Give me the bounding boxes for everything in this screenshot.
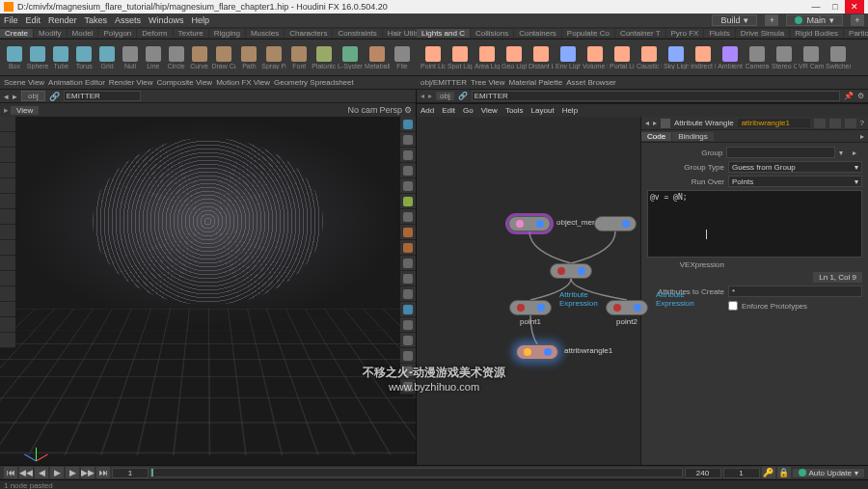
display-xray[interactable] [400, 302, 416, 317]
play-back-button[interactable]: ◀◀ [19, 467, 33, 478]
help-icon[interactable]: ? [860, 119, 864, 127]
shelf-tool[interactable]: Spot Light [448, 41, 473, 74]
shelf-tool[interactable]: Stereo Cam [772, 41, 797, 74]
menu-file[interactable]: File [4, 15, 18, 25]
shelf-tool[interactable]: VR Camera [799, 41, 824, 74]
arrow-left-icon[interactable]: ◂ [645, 119, 649, 127]
shelf-tab[interactable]: Particle Fluids [844, 29, 868, 38]
menu-render[interactable]: Render [48, 15, 77, 25]
shelf-tab[interactable]: Hair Utils [383, 29, 417, 38]
context-obj[interactable]: obj [21, 91, 45, 101]
inspect-tool[interactable] [0, 271, 15, 286]
node-xform1[interactable] [550, 263, 592, 279]
shelf-tab[interactable]: Fluids [704, 29, 734, 38]
frame-start-field[interactable]: 1 [112, 468, 149, 478]
node-name-field[interactable]: attribwrangle1 [738, 119, 810, 127]
shelf-tab[interactable]: Collisions [471, 29, 513, 38]
param-btn[interactable] [814, 119, 826, 128]
shelf-tool[interactable]: Path [238, 41, 259, 74]
playhead[interactable] [151, 469, 153, 476]
play-button[interactable]: ▶ [50, 467, 64, 478]
group-field[interactable] [726, 147, 835, 158]
lock-button[interactable]: 🔒 [777, 467, 791, 478]
shelf-tab[interactable]: Model [68, 29, 98, 38]
param-tab-code[interactable]: Code [641, 132, 671, 141]
handle-tool[interactable] [0, 194, 15, 209]
camera-label[interactable]: No cam [347, 105, 377, 115]
display-wire[interactable] [400, 225, 416, 240]
shelf-tool[interactable]: Distant Light [529, 41, 554, 74]
breadcrumb-obj[interactable]: obj [436, 92, 454, 100]
snap-tool[interactable] [0, 209, 15, 225]
group-select-icon[interactable]: ▸ [853, 149, 862, 157]
net-menu-tools[interactable]: Tools [505, 106, 524, 115]
shelf-tool[interactable]: Caustic Light [637, 41, 662, 74]
take-selector[interactable]: Main ▾ [786, 14, 843, 26]
net-menu-add[interactable]: Add [420, 106, 434, 115]
network-view[interactable]: object_merge1 Attribute Expression point… [417, 117, 640, 465]
nav-back-icon[interactable]: ◂ [420, 92, 424, 100]
display-profile[interactable] [400, 178, 416, 194]
arrow-right-icon[interactable]: ▸ [653, 119, 657, 127]
shelf-tool[interactable]: Switcher [826, 41, 851, 74]
persp-label[interactable]: Persp [379, 105, 402, 115]
net-tab[interactable]: Tree View [471, 78, 505, 87]
node-attribwrangle1[interactable] [516, 344, 558, 360]
shelf-tab[interactable]: Constraints [333, 29, 381, 38]
path-tab[interactable]: Motion FX View [216, 78, 270, 87]
enforce-checkbox[interactable] [728, 300, 738, 312]
gear-icon[interactable]: ⚙ [857, 92, 864, 100]
net-menu-view[interactable]: View [481, 106, 498, 115]
snap-tool-3[interactable] [0, 240, 15, 256]
shelf-tool[interactable]: Draw Curve [211, 41, 236, 74]
shelf-tab[interactable]: Modify [34, 29, 67, 38]
display-pointnums[interactable] [400, 148, 416, 163]
caret-right-icon[interactable]: ▸ [856, 132, 868, 141]
shelf-tool[interactable]: Env Light [556, 41, 581, 74]
caret-icon[interactable]: ▸ [4, 105, 9, 115]
shelf-tool[interactable]: Tube [50, 41, 71, 74]
chain-icon[interactable]: 🔗 [458, 92, 468, 100]
shelf-tab[interactable]: Populate Co [562, 29, 614, 38]
shelf-tool[interactable]: Spray Paint [261, 41, 286, 74]
play-first-button[interactable]: ⏮ [4, 467, 17, 478]
menu-edit[interactable]: Edit [26, 15, 41, 25]
node-object-merge1[interactable] [508, 216, 551, 231]
display-opts[interactable] [400, 379, 416, 394]
display-ghost[interactable] [400, 240, 416, 256]
path-tab[interactable]: Animation Editor [48, 78, 105, 87]
menu-assets[interactable]: Assets [115, 15, 141, 25]
attrs-field[interactable] [728, 285, 862, 297]
node-null1[interactable] [594, 216, 637, 231]
shelf-tool[interactable]: Grid [96, 41, 118, 74]
net-tab[interactable]: obj/EMITTER [420, 78, 467, 87]
display-normals[interactable] [400, 132, 416, 148]
shelf-tool[interactable]: Ambient [718, 41, 743, 74]
layout-selector[interactable]: Build ▾ [712, 14, 757, 26]
shelf-tool[interactable]: Torus [73, 41, 95, 74]
snapshot-tool[interactable] [0, 333, 15, 348]
shelf-tool[interactable]: Volume Light [583, 41, 608, 74]
close-button[interactable]: ✕ [845, 0, 864, 14]
shelf-tool[interactable]: Platonic [312, 41, 336, 74]
net-menu-layout[interactable]: Layout [531, 106, 555, 115]
display-shaded[interactable] [400, 209, 416, 225]
shelf-tool[interactable]: Geo Light [502, 41, 527, 74]
display-cameras[interactable] [400, 348, 416, 364]
frame-end-field[interactable]: 240 [685, 468, 721, 478]
step-fwd-button[interactable]: ▶ [66, 467, 79, 478]
shelf-tab[interactable]: Pyro FX [666, 29, 704, 38]
timeline-track[interactable] [150, 468, 683, 477]
display-hull[interactable] [400, 194, 416, 209]
menu-windows[interactable]: Windows [149, 15, 184, 25]
render-tool[interactable] [0, 286, 15, 302]
runover-select[interactable]: Points▾ [728, 176, 862, 187]
shelf-tab[interactable]: Rigid Bodies [790, 29, 843, 38]
shelf-tab[interactable]: Rigging [209, 29, 245, 38]
scale-tool[interactable] [0, 163, 15, 178]
gear-icon[interactable]: ⚙ [404, 105, 412, 115]
move-tool[interactable] [0, 132, 15, 148]
shelf-tool[interactable]: File [392, 41, 413, 74]
shelf-tab[interactable]: Lights and C [417, 29, 470, 38]
chain-icon[interactable]: 🔗 [49, 92, 60, 101]
